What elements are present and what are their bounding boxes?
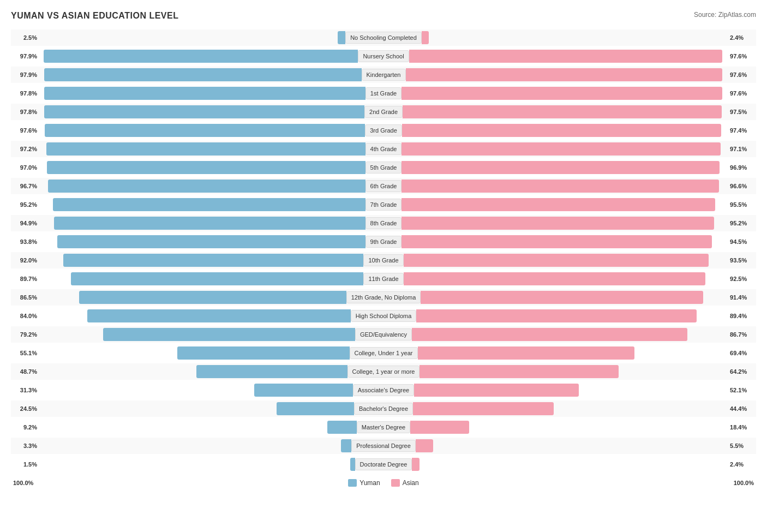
yuman-bar-container xyxy=(37,421,357,434)
chart-row: 97.0%5th Grade96.9% xyxy=(11,159,756,176)
asian-value: 97.4% xyxy=(730,127,756,134)
chart-row: 1.5%Doctorate Degree2.4% xyxy=(11,456,756,473)
yuman-bar xyxy=(338,31,345,44)
asian-bar xyxy=(402,142,720,156)
yuman-value: 2.5% xyxy=(11,34,37,41)
yuman-value: 3.3% xyxy=(11,443,37,449)
yuman-bar xyxy=(53,198,365,211)
asian-bar xyxy=(414,384,579,397)
asian-bar xyxy=(402,198,715,211)
category-label: Kindergarten xyxy=(362,69,406,81)
category-label: Bachelor's Degree xyxy=(354,403,413,415)
yuman-bar-container xyxy=(37,31,345,44)
asian-bar-container xyxy=(402,180,730,193)
footer-left-label: 100.0% xyxy=(13,480,33,486)
asian-value: 92.5% xyxy=(730,276,756,282)
asian-bar-container xyxy=(404,272,730,285)
category-label: Associate's Degree xyxy=(353,384,414,396)
asian-bar xyxy=(412,328,687,341)
yuman-value: 48.7% xyxy=(11,368,37,375)
chart-row: 97.8%1st Grade97.6% xyxy=(11,85,756,101)
yuman-bar xyxy=(44,50,358,63)
yuman-bar xyxy=(327,421,357,434)
asian-bar xyxy=(409,50,722,63)
yuman-bar xyxy=(44,105,364,118)
asian-value: 95.5% xyxy=(730,201,756,208)
chart-row: 2.5%No Schooling Completed2.4% xyxy=(11,29,756,46)
yuman-value: 84.0% xyxy=(11,313,37,319)
yuman-value: 97.6% xyxy=(11,127,37,134)
yuman-value: 97.8% xyxy=(11,109,37,115)
asian-value: 44.4% xyxy=(730,405,756,412)
chart-row: 96.7%6th Grade96.6% xyxy=(11,178,756,194)
asian-bar xyxy=(402,235,711,248)
asian-value: 97.6% xyxy=(730,90,756,97)
yuman-bar xyxy=(48,180,365,193)
asian-value: 5.5% xyxy=(730,443,756,449)
asian-value: 64.2% xyxy=(730,368,756,375)
yuman-value: 55.1% xyxy=(11,350,37,356)
category-label: 9th Grade xyxy=(365,236,402,248)
asian-value: 96.9% xyxy=(730,164,756,171)
yuman-bar xyxy=(87,309,351,322)
asian-value: 97.6% xyxy=(730,53,756,59)
asian-bar xyxy=(418,346,634,360)
category-label: Doctorate Degree xyxy=(355,458,412,470)
asian-bar-container xyxy=(402,235,730,248)
asian-bar xyxy=(402,180,718,193)
yuman-bar-container xyxy=(37,68,362,81)
asian-bar xyxy=(402,124,722,137)
yuman-bar-container xyxy=(37,105,364,118)
yuman-bar xyxy=(47,161,365,174)
yuman-bar xyxy=(350,458,355,471)
yuman-bar xyxy=(54,217,365,230)
yuman-value: 97.8% xyxy=(11,90,37,97)
yuman-bar-container xyxy=(37,458,355,471)
yuman-bar xyxy=(44,68,362,81)
asian-bar-container xyxy=(402,142,730,156)
asian-bar-container xyxy=(412,458,730,471)
chart-container: YUMAN VS ASIAN EDUCATION LEVEL Source: Z… xyxy=(11,11,756,487)
asian-bar-container xyxy=(422,31,730,44)
legend-asian-label: Asian xyxy=(403,479,419,487)
asian-value: 18.4% xyxy=(730,424,756,431)
chart-title: YUMAN VS ASIAN EDUCATION LEVEL xyxy=(11,11,178,21)
yuman-bar xyxy=(63,254,364,267)
yuman-bar xyxy=(57,235,365,248)
asian-bar-container xyxy=(402,124,730,137)
asian-value: 86.7% xyxy=(730,331,756,338)
yuman-bar-container xyxy=(37,439,351,452)
asian-bar xyxy=(402,217,714,230)
yuman-bar xyxy=(277,402,354,415)
yuman-bar-container xyxy=(37,198,365,211)
chart-row: 89.7%11th Grade92.5% xyxy=(11,271,756,287)
yuman-bar-container xyxy=(37,50,358,63)
category-label: GED/Equivalency xyxy=(355,328,412,340)
asian-bar-container xyxy=(402,198,730,211)
chart-row: 97.9%Nursery School97.6% xyxy=(11,48,756,64)
legend: Yuman Asian xyxy=(348,479,418,487)
chart-row: 84.0%High School Diploma89.4% xyxy=(11,308,756,324)
yuman-value: 24.5% xyxy=(11,405,37,412)
asian-value: 97.1% xyxy=(730,146,756,152)
category-label: 1st Grade xyxy=(365,87,402,99)
chart-header: YUMAN VS ASIAN EDUCATION LEVEL Source: Z… xyxy=(11,11,756,21)
asian-value: 52.1% xyxy=(730,387,756,393)
chart-row: 48.7%College, 1 year or more64.2% xyxy=(11,363,756,380)
yuman-bar xyxy=(46,142,365,156)
asian-bar xyxy=(420,365,619,378)
yuman-value: 96.7% xyxy=(11,183,37,189)
asian-value: 93.5% xyxy=(730,257,756,264)
asian-bar-container xyxy=(416,309,730,322)
yuman-bar xyxy=(45,124,365,137)
chart-row: 95.2%7th Grade95.5% xyxy=(11,196,756,213)
asian-bar xyxy=(402,161,720,174)
chart-row: 3.3%Professional Degree5.5% xyxy=(11,438,756,454)
asian-value: 69.4% xyxy=(730,350,756,356)
chart-rows: 2.5%No Schooling Completed2.4%97.9%Nurse… xyxy=(11,29,756,473)
category-label: 3rd Grade xyxy=(365,124,402,136)
category-label: Master's Degree xyxy=(357,421,410,433)
yuman-value: 89.7% xyxy=(11,276,37,282)
yuman-bar xyxy=(71,272,364,285)
category-label: 5th Grade xyxy=(365,162,402,174)
